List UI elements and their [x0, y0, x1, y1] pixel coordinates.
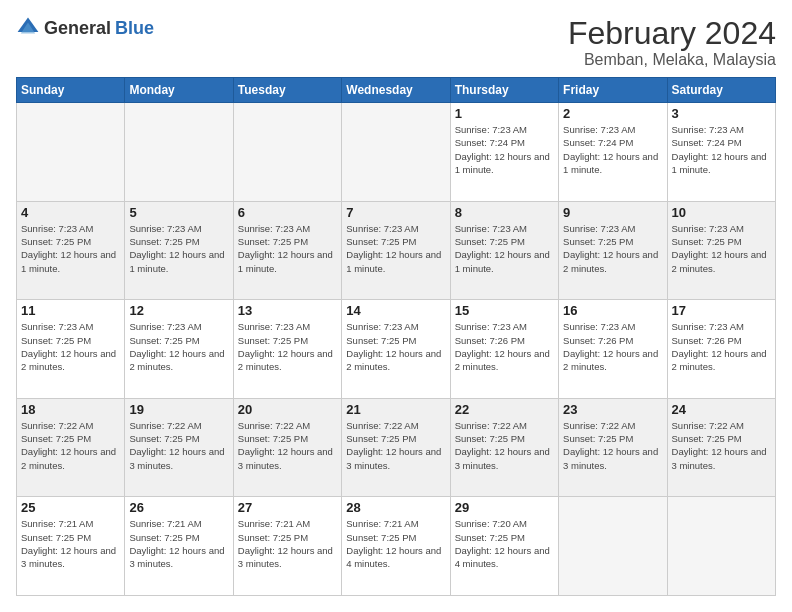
day-info: Sunrise: 7:21 AMSunset: 7:25 PMDaylight:… [129, 517, 228, 570]
day-number: 1 [455, 106, 554, 121]
day-number: 6 [238, 205, 337, 220]
calendar-cell: 10Sunrise: 7:23 AMSunset: 7:25 PMDayligh… [667, 201, 775, 300]
day-number: 23 [563, 402, 662, 417]
day-info: Sunrise: 7:23 AMSunset: 7:26 PMDaylight:… [563, 320, 662, 373]
calendar-cell: 4Sunrise: 7:23 AMSunset: 7:25 PMDaylight… [17, 201, 125, 300]
calendar-cell: 27Sunrise: 7:21 AMSunset: 7:25 PMDayligh… [233, 497, 341, 596]
calendar-week-row: 11Sunrise: 7:23 AMSunset: 7:25 PMDayligh… [17, 300, 776, 399]
day-info: Sunrise: 7:23 AMSunset: 7:25 PMDaylight:… [346, 222, 445, 275]
day-info: Sunrise: 7:23 AMSunset: 7:25 PMDaylight:… [238, 320, 337, 373]
calendar-cell: 25Sunrise: 7:21 AMSunset: 7:25 PMDayligh… [17, 497, 125, 596]
day-info: Sunrise: 7:23 AMSunset: 7:25 PMDaylight:… [672, 222, 771, 275]
day-info: Sunrise: 7:23 AMSunset: 7:24 PMDaylight:… [563, 123, 662, 176]
day-info: Sunrise: 7:22 AMSunset: 7:25 PMDaylight:… [129, 419, 228, 472]
calendar-cell: 20Sunrise: 7:22 AMSunset: 7:25 PMDayligh… [233, 398, 341, 497]
logo-icon [16, 16, 40, 40]
day-number: 16 [563, 303, 662, 318]
day-number: 8 [455, 205, 554, 220]
day-number: 3 [672, 106, 771, 121]
day-number: 10 [672, 205, 771, 220]
day-info: Sunrise: 7:22 AMSunset: 7:25 PMDaylight:… [21, 419, 120, 472]
calendar-cell: 24Sunrise: 7:22 AMSunset: 7:25 PMDayligh… [667, 398, 775, 497]
calendar-cell: 14Sunrise: 7:23 AMSunset: 7:25 PMDayligh… [342, 300, 450, 399]
calendar-cell: 17Sunrise: 7:23 AMSunset: 7:26 PMDayligh… [667, 300, 775, 399]
calendar-cell: 5Sunrise: 7:23 AMSunset: 7:25 PMDaylight… [125, 201, 233, 300]
day-info: Sunrise: 7:23 AMSunset: 7:24 PMDaylight:… [672, 123, 771, 176]
day-number: 21 [346, 402, 445, 417]
calendar-cell [17, 103, 125, 202]
calendar-cell: 23Sunrise: 7:22 AMSunset: 7:25 PMDayligh… [559, 398, 667, 497]
day-number: 26 [129, 500, 228, 515]
title-area: February 2024 Bemban, Melaka, Malaysia [568, 16, 776, 69]
day-info: Sunrise: 7:21 AMSunset: 7:25 PMDaylight:… [21, 517, 120, 570]
calendar-cell [125, 103, 233, 202]
day-number: 22 [455, 402, 554, 417]
day-number: 2 [563, 106, 662, 121]
calendar-week-row: 18Sunrise: 7:22 AMSunset: 7:25 PMDayligh… [17, 398, 776, 497]
calendar-cell: 22Sunrise: 7:22 AMSunset: 7:25 PMDayligh… [450, 398, 558, 497]
day-info: Sunrise: 7:23 AMSunset: 7:25 PMDaylight:… [129, 320, 228, 373]
day-info: Sunrise: 7:22 AMSunset: 7:25 PMDaylight:… [238, 419, 337, 472]
calendar-week-row: 25Sunrise: 7:21 AMSunset: 7:25 PMDayligh… [17, 497, 776, 596]
day-info: Sunrise: 7:23 AMSunset: 7:25 PMDaylight:… [346, 320, 445, 373]
calendar-header-sunday: Sunday [17, 78, 125, 103]
calendar-week-row: 4Sunrise: 7:23 AMSunset: 7:25 PMDaylight… [17, 201, 776, 300]
calendar-table: SundayMondayTuesdayWednesdayThursdayFrid… [16, 77, 776, 596]
day-number: 29 [455, 500, 554, 515]
calendar-cell: 15Sunrise: 7:23 AMSunset: 7:26 PMDayligh… [450, 300, 558, 399]
logo: GeneralBlue [16, 16, 154, 40]
day-number: 19 [129, 402, 228, 417]
day-number: 24 [672, 402, 771, 417]
day-number: 28 [346, 500, 445, 515]
day-number: 4 [21, 205, 120, 220]
day-number: 13 [238, 303, 337, 318]
day-number: 9 [563, 205, 662, 220]
day-number: 15 [455, 303, 554, 318]
day-number: 5 [129, 205, 228, 220]
day-number: 27 [238, 500, 337, 515]
day-info: Sunrise: 7:22 AMSunset: 7:25 PMDaylight:… [563, 419, 662, 472]
calendar-cell: 12Sunrise: 7:23 AMSunset: 7:25 PMDayligh… [125, 300, 233, 399]
calendar-cell: 29Sunrise: 7:20 AMSunset: 7:25 PMDayligh… [450, 497, 558, 596]
calendar-cell: 7Sunrise: 7:23 AMSunset: 7:25 PMDaylight… [342, 201, 450, 300]
day-info: Sunrise: 7:22 AMSunset: 7:25 PMDaylight:… [455, 419, 554, 472]
calendar-cell [342, 103, 450, 202]
calendar-cell: 13Sunrise: 7:23 AMSunset: 7:25 PMDayligh… [233, 300, 341, 399]
subtitle: Bemban, Melaka, Malaysia [568, 51, 776, 69]
calendar-cell: 18Sunrise: 7:22 AMSunset: 7:25 PMDayligh… [17, 398, 125, 497]
day-number: 25 [21, 500, 120, 515]
day-info: Sunrise: 7:21 AMSunset: 7:25 PMDaylight:… [346, 517, 445, 570]
calendar-cell: 3Sunrise: 7:23 AMSunset: 7:24 PMDaylight… [667, 103, 775, 202]
day-info: Sunrise: 7:22 AMSunset: 7:25 PMDaylight:… [346, 419, 445, 472]
header: GeneralBlue February 2024 Bemban, Melaka… [16, 16, 776, 69]
logo-blue: Blue [115, 18, 154, 39]
calendar-cell [559, 497, 667, 596]
calendar-header-friday: Friday [559, 78, 667, 103]
calendar-header-monday: Monday [125, 78, 233, 103]
day-number: 20 [238, 402, 337, 417]
day-info: Sunrise: 7:20 AMSunset: 7:25 PMDaylight:… [455, 517, 554, 570]
day-info: Sunrise: 7:23 AMSunset: 7:25 PMDaylight:… [238, 222, 337, 275]
day-info: Sunrise: 7:23 AMSunset: 7:26 PMDaylight:… [672, 320, 771, 373]
calendar-cell: 1Sunrise: 7:23 AMSunset: 7:24 PMDaylight… [450, 103, 558, 202]
calendar-cell: 19Sunrise: 7:22 AMSunset: 7:25 PMDayligh… [125, 398, 233, 497]
calendar-header-row: SundayMondayTuesdayWednesdayThursdayFrid… [17, 78, 776, 103]
day-info: Sunrise: 7:22 AMSunset: 7:25 PMDaylight:… [672, 419, 771, 472]
calendar-header-saturday: Saturday [667, 78, 775, 103]
calendar-header-thursday: Thursday [450, 78, 558, 103]
calendar-header-wednesday: Wednesday [342, 78, 450, 103]
calendar-cell: 2Sunrise: 7:23 AMSunset: 7:24 PMDaylight… [559, 103, 667, 202]
day-info: Sunrise: 7:23 AMSunset: 7:25 PMDaylight:… [21, 320, 120, 373]
day-number: 12 [129, 303, 228, 318]
calendar-cell [233, 103, 341, 202]
calendar-cell: 6Sunrise: 7:23 AMSunset: 7:25 PMDaylight… [233, 201, 341, 300]
page: GeneralBlue February 2024 Bemban, Melaka… [0, 0, 792, 612]
calendar-cell [667, 497, 775, 596]
day-info: Sunrise: 7:21 AMSunset: 7:25 PMDaylight:… [238, 517, 337, 570]
day-number: 11 [21, 303, 120, 318]
day-number: 17 [672, 303, 771, 318]
day-info: Sunrise: 7:23 AMSunset: 7:25 PMDaylight:… [21, 222, 120, 275]
main-title: February 2024 [568, 16, 776, 51]
calendar-cell: 26Sunrise: 7:21 AMSunset: 7:25 PMDayligh… [125, 497, 233, 596]
calendar-cell: 16Sunrise: 7:23 AMSunset: 7:26 PMDayligh… [559, 300, 667, 399]
